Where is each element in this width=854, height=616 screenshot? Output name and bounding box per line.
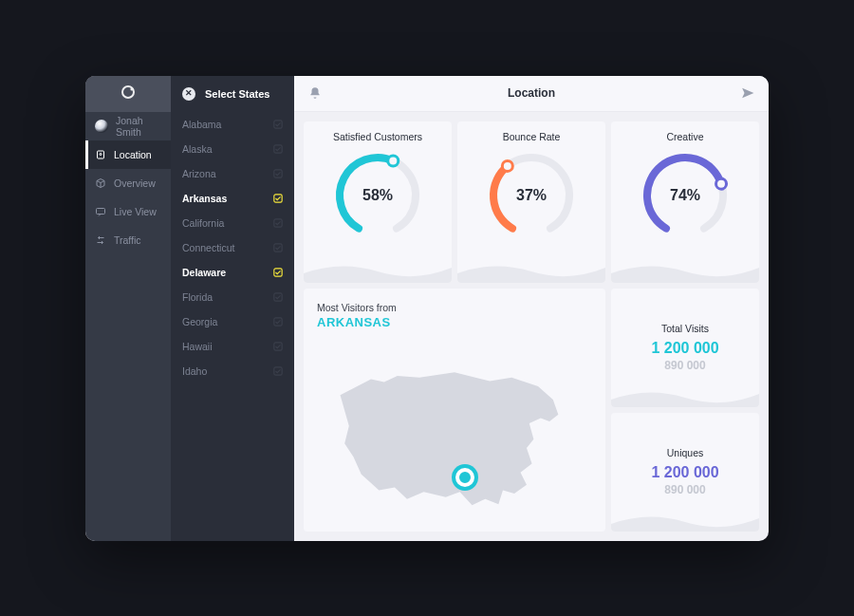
svg-rect-5 [274, 120, 282, 127]
state-row-florida[interactable]: Florida [171, 285, 294, 309]
state-row-delaware[interactable]: Delaware [171, 260, 294, 285]
uniques-card: Uniques 1 200 000 890 000 [611, 413, 759, 532]
state-name: Florida [182, 291, 213, 303]
nav-item-location[interactable]: Location [85, 140, 171, 169]
wave-decoration [304, 258, 452, 283]
state-name: Idaho [182, 365, 207, 377]
send-icon[interactable] [740, 85, 755, 101]
svg-point-1 [130, 87, 133, 90]
state-row-connecticut[interactable]: Connecticut [171, 235, 294, 260]
nav-item-overview[interactable]: Overview [85, 169, 171, 197]
svg-rect-15 [274, 366, 282, 374]
checkbox-icon [273, 366, 283, 376]
uniques-label: Uniques [667, 447, 704, 458]
svg-point-16 [388, 155, 399, 165]
state-row-hawaii[interactable]: Hawaii [171, 334, 294, 359]
svg-rect-12 [274, 292, 282, 300]
gauge-title: Satisfied Customers [333, 131, 422, 142]
uniques-primary: 1 200 000 [651, 464, 718, 481]
wave-decoration [611, 386, 759, 407]
gauge-title: Bounce Rate [503, 131, 561, 142]
state-row-california[interactable]: California [171, 211, 294, 235]
total-visits-secondary: 890 000 [664, 359, 705, 372]
svg-rect-13 [274, 317, 282, 325]
gauge-value: 37% [516, 187, 547, 204]
page-title: Location [323, 86, 740, 100]
gauge-card-2: Creative74% [611, 121, 759, 283]
total-visits-primary: 1 200 000 [651, 340, 718, 357]
chat-icon [95, 206, 106, 217]
gauge-value: 58% [362, 187, 393, 204]
total-visits-card: Total Visits 1 200 000 890 000 [611, 289, 759, 407]
wave-decoration [611, 511, 759, 532]
gauge-card-1: Bounce Rate37% [457, 121, 605, 283]
svg-rect-4 [97, 208, 105, 214]
uniques-secondary: 890 000 [664, 483, 705, 496]
svg-rect-8 [274, 194, 282, 201]
gauge: 58% [330, 148, 425, 243]
checkbox-icon [273, 317, 283, 327]
state-row-arizona[interactable]: Arizona [171, 161, 294, 186]
state-name: Connecticut [182, 242, 234, 253]
svg-rect-11 [274, 268, 282, 275]
svg-point-17 [502, 160, 512, 171]
nav-item-live-view[interactable]: Live View [85, 197, 171, 226]
checkbox-icon [273, 218, 283, 228]
topbar: Location [294, 76, 769, 112]
cube-icon [95, 177, 106, 189]
svg-rect-6 [274, 144, 282, 152]
state-name: Georgia [182, 316, 217, 327]
main-panel: Location Satisfied Customers58% Bounce R… [294, 76, 769, 541]
gauge: 74% [638, 148, 733, 243]
state-row-alabama[interactable]: Alabama [171, 112, 294, 137]
svg-rect-14 [274, 342, 282, 349]
brand-icon [121, 84, 136, 103]
bell-icon[interactable] [307, 85, 323, 101]
state-name: California [182, 217, 224, 229]
visitors-card: Most Visitors from ARKANSAS [304, 289, 605, 532]
svg-rect-9 [274, 218, 282, 226]
visitors-heading-small: Most Visitors from [317, 302, 592, 313]
checkbox-icon [273, 243, 283, 252]
nav-item-traffic[interactable]: Traffic [85, 226, 171, 254]
state-name: Delaware [182, 267, 226, 278]
checkbox-icon [273, 268, 283, 277]
checkbox-icon [273, 144, 283, 154]
checkbox-icon [273, 292, 283, 302]
nav-label: Traffic [114, 234, 141, 246]
user-name: Jonah Smith [116, 115, 161, 138]
state-name: Alaska [182, 143, 213, 155]
svg-rect-7 [274, 169, 282, 177]
state-row-idaho[interactable]: Idaho [171, 359, 294, 383]
checkbox-icon [273, 194, 283, 203]
nav-label: Location [114, 149, 152, 160]
content-grid: Satisfied Customers58% Bounce Rate37% Cr… [294, 112, 769, 541]
state-row-arkansas[interactable]: Arkansas [171, 186, 294, 211]
stats-column: Total Visits 1 200 000 890 000 Uniques 1… [611, 289, 759, 532]
svg-point-3 [100, 153, 102, 155]
avatar [95, 120, 108, 133]
svg-rect-10 [274, 243, 282, 251]
nav-label: Live View [114, 206, 157, 217]
gauge-card-0: Satisfied Customers58% [304, 121, 452, 283]
app-window: Jonah Smith LocationOverviewLive ViewTra… [85, 76, 769, 541]
close-icon[interactable]: ✕ [182, 87, 195, 101]
user-profile[interactable]: Jonah Smith [85, 112, 171, 140]
state-row-georgia[interactable]: Georgia [171, 309, 294, 334]
states-panel: ✕ Select States AlabamaAlaskaArizonaArka… [171, 76, 294, 541]
swap-icon [95, 234, 106, 246]
state-name: Hawaii [182, 341, 213, 352]
gauge: 37% [484, 148, 579, 243]
gauge-value: 74% [670, 187, 700, 204]
state-name: Alabama [182, 119, 221, 130]
brand-bar [85, 76, 171, 112]
map-marker [455, 468, 474, 487]
gauge-title: Creative [666, 131, 703, 142]
checkbox-icon [273, 169, 283, 178]
visitors-heading-big: ARKANSAS [317, 315, 592, 329]
primary-sidebar: Jonah Smith LocationOverviewLive ViewTra… [85, 76, 171, 541]
wave-decoration [611, 258, 759, 283]
states-header: ✕ Select States [171, 76, 294, 112]
state-row-alaska[interactable]: Alaska [171, 137, 294, 161]
map-pin-icon [95, 149, 106, 160]
